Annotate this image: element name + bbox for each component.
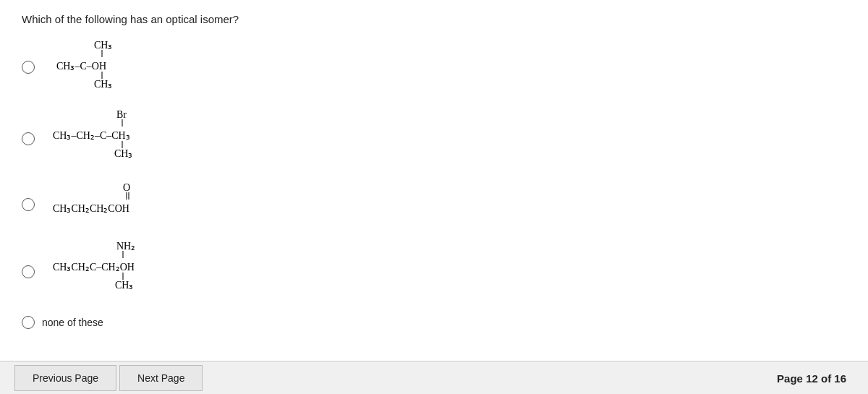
- option-3-row: O CH₃CH₂CH₂COH: [22, 181, 846, 228]
- bottom-bar: Previous Page Next Page Page 12 of 16: [0, 361, 868, 394]
- option-2-row: Br CH₃–CH₂–C–CH₃ CH₃: [22, 108, 846, 169]
- page-indicator: Page 12 of 16: [777, 372, 846, 385]
- option-1-row: CH₃ CH₃–C–OH CH₃: [22, 38, 846, 96]
- svg-text:NH₂: NH₂: [116, 241, 135, 252]
- formula-1-svg: CH₃ CH₃–C–OH CH₃: [42, 38, 158, 96]
- option-4-row: NH₂ CH₃CH₂C–CH₂OH CH₃: [22, 239, 846, 304]
- question-text: Which of the following has an optical is…: [22, 13, 846, 25]
- radio-option-1[interactable]: [22, 61, 35, 74]
- page-container: Which of the following has an optical is…: [0, 0, 868, 394]
- next-page-button[interactable]: Next Page: [119, 365, 203, 391]
- svg-text:CH₃: CH₃: [114, 148, 132, 159]
- options-area: CH₃ CH₃–C–OH CH₃ Br CH₃–CH₂–C–CH₃: [22, 38, 846, 394]
- svg-text:CH₃–C–OH: CH₃–C–OH: [56, 61, 106, 72]
- svg-text:O: O: [123, 182, 130, 193]
- option-5-row: none of these: [22, 316, 846, 329]
- svg-text:CH₃CH₂C–CH₂OH: CH₃CH₂C–CH₂OH: [53, 262, 135, 273]
- previous-page-button[interactable]: Previous Page: [14, 365, 116, 391]
- svg-text:CH₃: CH₃: [94, 79, 112, 90]
- svg-text:CH₃CH₂CH₂COH: CH₃CH₂CH₂COH: [53, 203, 129, 214]
- formula-3-svg: O CH₃CH₂CH₂COH: [42, 181, 187, 228]
- formula-2-svg: Br CH₃–CH₂–C–CH₃ CH₃: [42, 108, 187, 169]
- svg-text:Br: Br: [116, 109, 127, 120]
- radio-option-3[interactable]: [22, 198, 35, 211]
- svg-text:CH₃–CH₂–C–CH₃: CH₃–CH₂–C–CH₃: [53, 130, 130, 141]
- formula-4-svg: NH₂ CH₃CH₂C–CH₂OH CH₃: [42, 239, 201, 304]
- radio-option-4[interactable]: [22, 265, 35, 278]
- none-of-these-label: none of these: [42, 317, 103, 328]
- svg-text:CH₃: CH₃: [115, 280, 133, 291]
- svg-text:CH₃: CH₃: [94, 40, 112, 51]
- radio-option-2[interactable]: [22, 132, 35, 145]
- radio-option-5[interactable]: [22, 316, 35, 329]
